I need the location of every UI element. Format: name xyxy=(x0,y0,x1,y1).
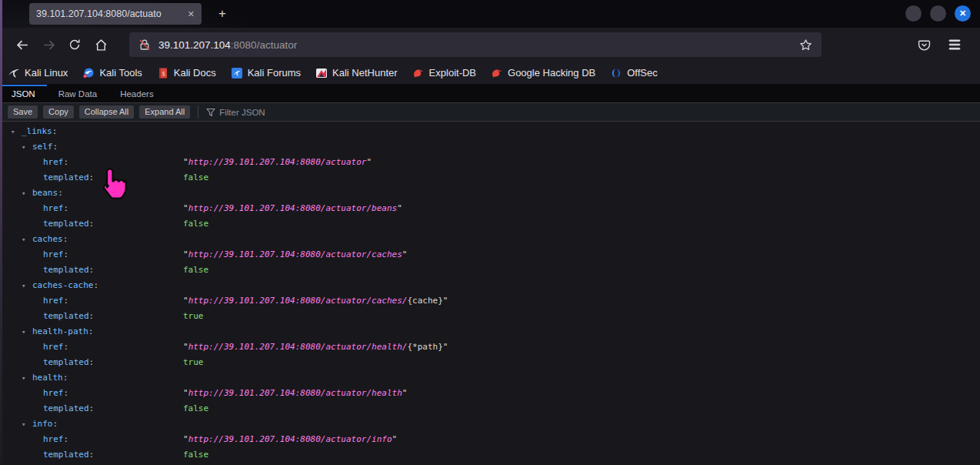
json-key: _links xyxy=(22,126,52,136)
tab-close-icon[interactable]: ✕ xyxy=(186,9,196,19)
bookmark-label: Kali Tools xyxy=(99,67,142,79)
bookmark-item[interactable]: πKali Tools xyxy=(82,67,142,79)
json-tree-row[interactable]: ▾info: xyxy=(0,416,980,432)
bookmark-item[interactable]: OffSec xyxy=(610,67,658,79)
expand-collapse-twisty-icon[interactable]: ▾ xyxy=(22,186,32,201)
json-key: self xyxy=(32,142,53,152)
json-tree-row[interactable]: ▾caches: xyxy=(0,232,980,247)
tab-raw-data[interactable]: Raw Data xyxy=(47,85,109,102)
json-key: beans xyxy=(32,188,58,198)
json-tree-row[interactable]: templated:false xyxy=(0,263,980,278)
tab-json[interactable]: JSON xyxy=(0,85,47,102)
pocket-icon xyxy=(918,38,931,52)
json-key-colon: : xyxy=(63,234,68,244)
json-key-colon: : xyxy=(89,311,95,321)
expand-collapse-twisty-icon[interactable]: ▾ xyxy=(22,139,32,155)
json-tree: ▾_links:▾self:href:"http://39.101.207.10… xyxy=(0,122,980,463)
browser-tab[interactable]: 39.101.207.104:8080/actuato ✕ xyxy=(29,3,202,25)
pocket-save-button[interactable] xyxy=(911,32,937,57)
json-string-value[interactable]: "http://39.101.207.104:8080/actuator/bea… xyxy=(183,201,402,216)
filter-json-input[interactable] xyxy=(219,108,388,117)
json-key-colon: : xyxy=(53,142,58,152)
bookmark-item[interactable]: Kali Forums xyxy=(231,67,301,79)
json-tree-row[interactable]: href:"http://39.101.207.104:8080/actuato… xyxy=(0,293,980,309)
json-tree-row[interactable]: ▾health: xyxy=(0,370,980,386)
bookmark-item[interactable]: Kali NetHunter xyxy=(315,67,398,79)
json-key-colon: : xyxy=(64,249,69,259)
json-string-value[interactable]: "http://39.101.207.104:8080/actuator/cac… xyxy=(183,293,448,309)
json-string-value[interactable]: "http://39.101.207.104:8080/actuator/cac… xyxy=(183,247,407,263)
json-key: templated xyxy=(43,172,89,182)
json-key-colon: : xyxy=(64,342,69,352)
expand-collapse-twisty-icon[interactable]: ▾ xyxy=(22,232,32,247)
json-tree-row[interactable]: ▾self: xyxy=(0,139,980,155)
json-key: href xyxy=(43,388,64,398)
minimize-button[interactable] xyxy=(905,5,922,22)
json-key-colon: : xyxy=(89,265,95,275)
expand-all-button[interactable]: Expand All xyxy=(139,105,190,119)
json-tree-row[interactable]: templated:false xyxy=(0,170,980,186)
hamburger-menu-icon xyxy=(948,39,961,50)
json-tree-row[interactable]: ▾_links: xyxy=(0,124,980,139)
json-tree-row[interactable]: href:"http://39.101.207.104:8080/actuato… xyxy=(0,155,980,170)
expand-collapse-twisty-icon[interactable]: ▾ xyxy=(22,324,32,340)
home-icon xyxy=(95,38,108,52)
json-tree-row[interactable]: href:"http://39.101.207.104:8080/actuato… xyxy=(0,247,980,263)
json-key: href xyxy=(43,203,64,213)
json-key-colon: : xyxy=(63,373,68,383)
bookmark-item[interactable]: Kali Linux xyxy=(8,67,68,79)
json-string-value[interactable]: "http://39.101.207.104:8080/actuator/inf… xyxy=(183,432,397,447)
json-key: caches-cache xyxy=(32,280,93,290)
new-tab-button[interactable]: + xyxy=(212,4,232,24)
json-tree-row[interactable]: ▾health-path: xyxy=(0,324,980,340)
json-tree-row[interactable]: href:"http://39.101.207.104:8080/actuato… xyxy=(0,432,980,447)
json-tree-row[interactable]: ▾beans: xyxy=(0,186,980,201)
json-tree-row[interactable]: ▾caches-cache: xyxy=(0,278,980,293)
json-string-value[interactable]: "http://39.101.207.104:8080/actuator/hea… xyxy=(183,340,448,355)
json-tree-row[interactable]: templated:false xyxy=(0,447,980,463)
json-key: href xyxy=(43,296,64,306)
json-key-colon: : xyxy=(64,157,69,167)
json-tree-row[interactable]: templated:true xyxy=(0,355,980,370)
bookmark-item[interactable]: Exploit-DB xyxy=(412,67,476,79)
bookmark-label: Kali NetHunter xyxy=(332,67,398,79)
url-bar[interactable]: 39.101.207.104:8080/actuator xyxy=(129,32,822,57)
json-tree-row[interactable]: href:"http://39.101.207.104:8080/actuato… xyxy=(0,386,980,401)
json-key-colon: : xyxy=(53,419,58,429)
json-key-colon: : xyxy=(52,126,58,136)
json-tree-row[interactable]: templated:false xyxy=(0,401,980,416)
home-button[interactable] xyxy=(88,32,114,57)
tab-headers[interactable]: Headers xyxy=(108,85,165,102)
expand-collapse-twisty-icon[interactable]: ▾ xyxy=(11,124,22,139)
kali-docs-icon: $ xyxy=(157,67,169,79)
json-key-colon: : xyxy=(64,434,69,444)
json-string-value[interactable]: "http://39.101.207.104:8080/actuator" xyxy=(183,155,372,170)
expand-collapse-twisty-icon[interactable]: ▾ xyxy=(22,416,32,432)
json-tree-row[interactable]: href:"http://39.101.207.104:8080/actuato… xyxy=(0,340,980,355)
maximize-button[interactable] xyxy=(930,5,946,22)
bookmark-item[interactable]: Google Hacking DB xyxy=(491,67,595,79)
reload-icon xyxy=(68,38,81,51)
expand-collapse-twisty-icon[interactable]: ▾ xyxy=(22,278,32,293)
json-key-colon: : xyxy=(64,296,69,306)
save-button[interactable]: Save xyxy=(8,105,38,119)
json-tree-row[interactable]: href:"http://39.101.207.104:8080/actuato… xyxy=(0,201,980,216)
collapse-all-button[interactable]: Collapse All xyxy=(79,105,134,119)
back-button[interactable] xyxy=(9,32,35,57)
json-string-value[interactable]: "http://39.101.207.104:8080/actuator/hea… xyxy=(183,386,407,401)
reload-button[interactable] xyxy=(62,32,88,57)
open-menu-button[interactable] xyxy=(942,32,968,57)
json-boolean-value: false xyxy=(183,216,208,232)
json-boolean-value: false xyxy=(183,263,208,278)
bookmark-star-button[interactable] xyxy=(799,38,812,52)
json-boolean-value: false xyxy=(183,447,208,463)
bookmark-item[interactable]: $Kali Docs xyxy=(157,67,216,79)
close-window-button[interactable]: ✕ xyxy=(955,5,971,22)
json-key: health xyxy=(32,373,63,383)
copy-button[interactable]: Copy xyxy=(43,105,74,119)
json-key: templated xyxy=(43,219,89,229)
json-tree-row[interactable]: templated:false xyxy=(0,216,980,232)
expand-collapse-twisty-icon[interactable]: ▾ xyxy=(22,370,32,386)
forward-button[interactable] xyxy=(35,32,62,57)
json-tree-row[interactable]: templated:true xyxy=(0,309,980,324)
